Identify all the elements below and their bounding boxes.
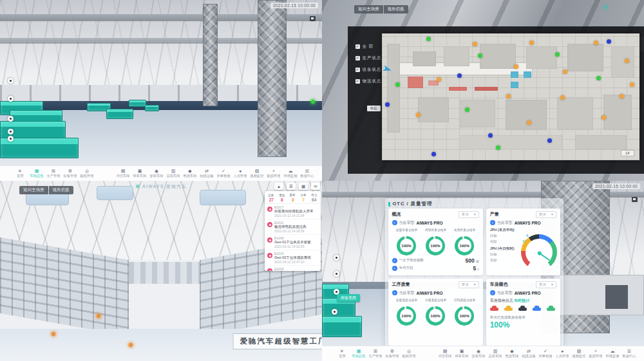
toolbar-item[interactable]: ▣ 焊装车间 bbox=[131, 169, 148, 178]
toolbar-item[interactable]: ⚙ 设备管理 bbox=[384, 349, 401, 358]
map-status-dot[interactable] bbox=[488, 133, 493, 138]
map-status-dot[interactable] bbox=[607, 39, 611, 44]
panel-tool-button[interactable]: ☰ bbox=[287, 183, 296, 190]
alarm-stat-tab[interactable]: 总数 27 bbox=[266, 193, 277, 202]
scene-marker-badge[interactable] bbox=[8, 116, 14, 122]
map-status-dot[interactable] bbox=[473, 42, 477, 46]
period-select[interactable]: 本月▾ bbox=[536, 211, 556, 218]
map-status-dot[interactable] bbox=[395, 82, 400, 87]
toolbar-item[interactable]: ▣ 焊装车间 bbox=[453, 349, 470, 358]
alarm-list[interactable]: E1017 焊装车间焊接机器人异常 2021-03-12 14:21:08 E1… bbox=[265, 204, 321, 271]
map-status-dot[interactable] bbox=[478, 53, 482, 58]
factory-floor-map[interactable]: 1F bbox=[382, 33, 639, 160]
toolbar-item[interactable]: ⚡ 能源管理 bbox=[265, 169, 282, 178]
toolbar-item[interactable]: ▦ 车间总览 bbox=[350, 349, 367, 358]
scene-marker-badge[interactable] bbox=[334, 271, 339, 277]
alarm-item[interactable]: E1017 焊装车间焊接机器人异常 2021-03-12 14:21:08 bbox=[265, 204, 321, 219]
toolbar-item[interactable]: ☁ 环境监测 bbox=[282, 169, 299, 178]
legend-item[interactable]: ✓ 生产状态 bbox=[355, 55, 382, 61]
scene-marker-badge[interactable] bbox=[334, 255, 339, 261]
toolbar-item[interactable]: ● 人员管理 bbox=[554, 349, 571, 358]
toolbar-item[interactable]: ◆ 电池车间 bbox=[182, 169, 198, 178]
toolbar-item[interactable]: ✕ 首页 bbox=[334, 349, 350, 358]
map-status-dot[interactable] bbox=[437, 77, 441, 82]
toolbar-item[interactable]: ◉ 涂装车间 bbox=[148, 169, 165, 178]
floor-label[interactable]: 1F bbox=[621, 150, 634, 156]
toolbar-item[interactable]: ▨ 视频监控 bbox=[571, 349, 587, 358]
map-status-dot[interactable] bbox=[496, 145, 500, 150]
toolbar-item[interactable]: ▦ 车间总览 bbox=[28, 169, 45, 178]
view-switch-button[interactable]: 视角切换 bbox=[49, 186, 73, 194]
legend-item[interactable]: ✓ 全 部 bbox=[355, 44, 382, 50]
toolbar-item[interactable]: ⚙ 设备管理 bbox=[62, 169, 79, 178]
toolbar-item[interactable]: ☰ 数据中心 bbox=[299, 169, 316, 178]
map-status-dot[interactable] bbox=[527, 120, 531, 125]
alarm-item[interactable]: E1009 Geo-01工位夹具未锁紧 2021-03-12 14:02:55 bbox=[265, 235, 321, 250]
toolbar-item[interactable]: ◆ 电池车间 bbox=[504, 349, 520, 358]
map-status-dot[interactable] bbox=[596, 76, 601, 80]
toolbar-item[interactable]: ⊞ 生产管理 bbox=[45, 169, 62, 178]
map-status-dot[interactable] bbox=[431, 152, 436, 156]
map-status-dot[interactable] bbox=[625, 59, 629, 63]
map-status-dot[interactable] bbox=[555, 52, 560, 57]
toolbar-item[interactable]: ▤ 冲压车间 bbox=[437, 349, 453, 358]
alarm-item[interactable]: E1003 涂胶系统压力偏低 2021-03-12 13:30:41 bbox=[265, 266, 321, 271]
toolbar-item[interactable]: ✓ 质量检测 bbox=[215, 169, 232, 178]
camera-button[interactable] bbox=[632, 197, 638, 202]
alarm-stat-tab[interactable]: 提示 64 bbox=[308, 193, 319, 202]
scene-marker-badge[interactable] bbox=[8, 136, 14, 142]
map-status-dot[interactable] bbox=[426, 37, 431, 41]
toolbar-item[interactable]: ▨ 视频监控 bbox=[249, 169, 265, 178]
alarm-stat-tab[interactable]: 重要 3 bbox=[287, 193, 298, 202]
panel-tool-button[interactable]: ▲ bbox=[274, 183, 283, 190]
map-status-dot[interactable] bbox=[620, 94, 624, 98]
map-status-dot[interactable] bbox=[529, 41, 534, 45]
period-select[interactable]: 本月▾ bbox=[536, 281, 556, 288]
alarm-stat-tab[interactable]: 次要 7 bbox=[298, 193, 309, 202]
map-status-dot[interactable] bbox=[594, 41, 598, 45]
view-switch-button[interactable]: 视角切换 bbox=[384, 5, 408, 14]
scene-marker-badge[interactable] bbox=[332, 309, 337, 315]
period-select[interactable]: 本月▾ bbox=[459, 211, 479, 218]
map-status-dot[interactable] bbox=[457, 73, 462, 78]
map-status-dot[interactable] bbox=[514, 64, 518, 69]
toolbar-item[interactable]: ◎ 能耗管理 bbox=[79, 169, 95, 178]
scene-marker-badge[interactable] bbox=[8, 129, 14, 134]
legend-item[interactable]: ✓ 物流状态 bbox=[355, 79, 382, 84]
map-status-dot[interactable] bbox=[560, 95, 565, 100]
map-status-dot[interactable] bbox=[547, 138, 552, 143]
toolbar-item[interactable]: ⇄ 物流运输 bbox=[520, 349, 537, 358]
toolbar-item[interactable]: ▤ 冲压车间 bbox=[115, 169, 131, 178]
legend-item[interactable]: ✓ 设备状态 bbox=[355, 67, 382, 73]
map-status-dot[interactable] bbox=[416, 113, 421, 117]
back-to-scene-button[interactable]: 返回主场景 bbox=[19, 186, 48, 194]
toolbar-item[interactable]: ● 人员管理 bbox=[232, 169, 249, 178]
station-button[interactable]: 焊装车间 bbox=[337, 294, 360, 302]
toolbar-item[interactable]: ✓ 质量检测 bbox=[537, 349, 554, 358]
scene-marker-badge[interactable] bbox=[8, 96, 14, 102]
scene-marker-badge[interactable] bbox=[8, 78, 14, 84]
legend-collapse-button[interactable]: 收起 bbox=[367, 106, 381, 111]
toolbar-item[interactable]: ⇄ 物流运输 bbox=[198, 169, 215, 178]
toolbar-item[interactable]: ☁ 环境监测 bbox=[604, 349, 621, 358]
back-to-scene-button[interactable]: 返回主场景 bbox=[354, 5, 383, 14]
panel-tool-button[interactable]: ▦ bbox=[299, 183, 308, 190]
alarm-stat-tab[interactable]: 紧急 8 bbox=[277, 193, 288, 202]
toolbar-item[interactable]: ✕ 首页 bbox=[12, 169, 28, 178]
toolbar-item[interactable]: ◉ 涂装车间 bbox=[470, 349, 487, 358]
toolbar-item[interactable]: ⊞ 生产管理 bbox=[367, 349, 384, 358]
map-status-dot[interactable] bbox=[601, 115, 606, 120]
toolbar-item[interactable]: ☰ 数据中心 bbox=[621, 349, 638, 358]
alarm-item[interactable]: E1021 输送线电机温度过高 2021-03-12 14:18:36 bbox=[265, 219, 321, 235]
map-status-dot[interactable] bbox=[506, 94, 511, 98]
toolbar-item[interactable]: ⚡ 能源管理 bbox=[587, 349, 604, 358]
toolbar-item[interactable]: ◎ 能耗管理 bbox=[401, 349, 417, 358]
period-select[interactable]: 本月▾ bbox=[459, 281, 479, 288]
camera-button[interactable] bbox=[310, 16, 316, 21]
toolbar-item[interactable]: ▥ 总装车间 bbox=[487, 349, 504, 358]
toolbar-item[interactable]: ▥ 总装车间 bbox=[165, 169, 182, 178]
panel-tool-button[interactable]: ✉ bbox=[311, 183, 320, 190]
map-status-dot[interactable] bbox=[630, 82, 634, 87]
alarm-item[interactable]: E1015 Geo-02工位传感器离线 2021-03-12 13:47:20 bbox=[265, 250, 321, 266]
map-status-dot[interactable] bbox=[385, 102, 390, 107]
